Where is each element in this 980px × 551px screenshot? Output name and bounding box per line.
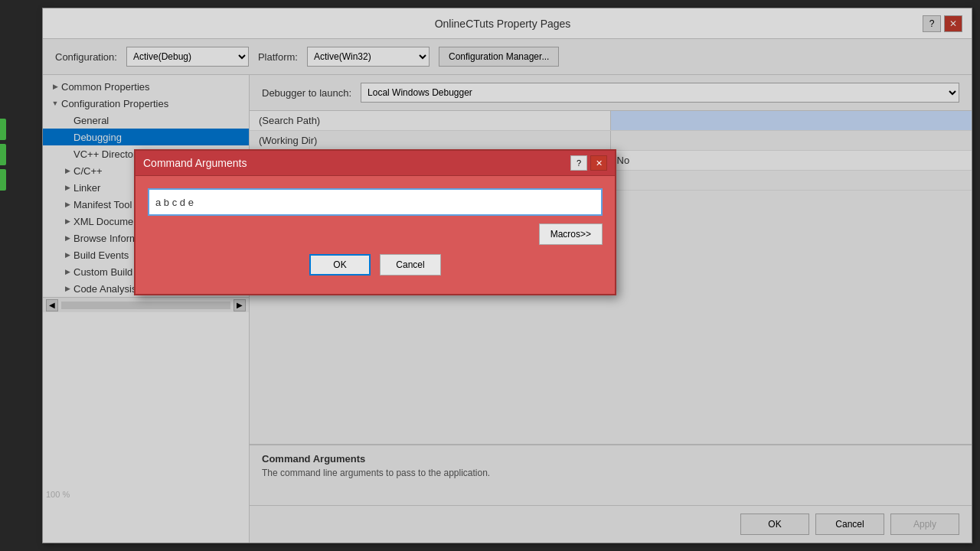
modal-overlay: Command Arguments ? ✕ Macros>> OK Cancel xyxy=(0,0,980,551)
macros-button[interactable]: Macros>> xyxy=(539,223,603,245)
modal-title-buttons: ? ✕ xyxy=(570,155,607,171)
modal-body: Macros>> OK Cancel xyxy=(136,176,615,294)
modal-ok-cancel: OK Cancel xyxy=(148,254,603,282)
modal-help-button[interactable]: ? xyxy=(570,155,587,171)
command-arguments-input[interactable] xyxy=(148,188,603,216)
modal-close-button[interactable]: ✕ xyxy=(590,155,607,171)
command-arguments-dialog: Command Arguments ? ✕ Macros>> OK Cancel xyxy=(134,149,616,295)
modal-ok-button[interactable]: OK xyxy=(309,254,371,276)
modal-titlebar: Command Arguments ? ✕ xyxy=(136,151,615,176)
modal-title: Command Arguments xyxy=(143,157,247,169)
modal-actions-row: Macros>> xyxy=(148,223,603,245)
modal-cancel-button[interactable]: Cancel xyxy=(380,254,441,276)
